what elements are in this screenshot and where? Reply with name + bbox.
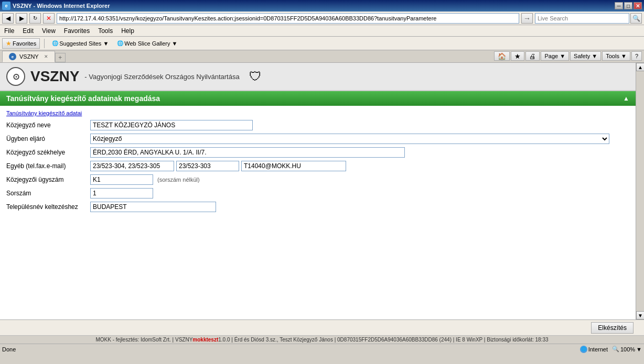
- select-ugyben-eljaro[interactable]: Közjegyző: [90, 134, 609, 144]
- menu-view[interactable]: View: [38, 26, 60, 36]
- form-row-egyeb: Egyéb (tel.fax.e-mail): [6, 160, 629, 172]
- scroll-down-button[interactable]: ▼: [636, 311, 644, 319]
- input-fax[interactable]: [176, 161, 239, 171]
- tab-icon: e: [9, 53, 16, 60]
- window-title: VSZNY - Windows Internet Explorer: [13, 3, 110, 9]
- home-button[interactable]: 🏠: [494, 51, 510, 61]
- label-egyeb: Egyéb (tel.fax.e-mail): [6, 162, 90, 170]
- form-row-ugyszam: Közjegyzői ügyszám (sorszám nélkül): [6, 174, 629, 185]
- go-button[interactable]: →: [521, 13, 533, 24]
- help-menu-button[interactable]: ?: [631, 51, 642, 61]
- app-subtitle: - Vagyonjogi Szerződések Országos Nyilvá…: [84, 73, 239, 81]
- safety-menu-button[interactable]: Safety ▼: [570, 51, 601, 61]
- tab-label: VSZNY: [19, 53, 39, 60]
- zoom-dropdown-icon[interactable]: ▼: [636, 346, 642, 352]
- tools-menu-button[interactable]: Tools ▼: [602, 51, 630, 61]
- ugyszam-note: (sorszám nélkül): [157, 177, 200, 183]
- status-done: Done: [2, 346, 16, 352]
- status-internet-area: 🌐 Internet: [580, 346, 608, 353]
- star-icon: ★: [6, 40, 12, 47]
- live-search-input[interactable]: [535, 13, 629, 24]
- footer-info: MOKK - fejlesztés: IdomSoft Zrt. | VSZNY…: [0, 335, 644, 344]
- status-bar: Done 🌐 Internet 🔍 100% ▼: [0, 344, 644, 354]
- form-row-sorszam: Sorszám: [6, 187, 629, 199]
- form-row-telepulesnev: Településnév keltezéshez: [6, 201, 629, 213]
- input-email[interactable]: [241, 161, 346, 171]
- back-button[interactable]: ◀: [2, 13, 14, 24]
- favorites-bar: ★ Favorites 🌐 Suggested Sites ▼ 🌐 Web Sl…: [0, 37, 644, 50]
- input-sorszam[interactable]: [90, 188, 153, 198]
- section-title: Tanúsítvány kiegészítő adatainak megadás…: [6, 94, 160, 103]
- status-internet-label: Internet: [588, 346, 608, 352]
- favorites-separator: [44, 39, 45, 48]
- form-row-szekhelye: Közjegyző székhelye: [6, 147, 629, 158]
- favorites-label: Favorites: [13, 40, 36, 47]
- page-menu-button[interactable]: Page ▼: [541, 51, 569, 61]
- menu-edit[interactable]: Edit: [18, 26, 38, 36]
- forward-button[interactable]: ▶: [16, 13, 27, 24]
- elkeszites-button[interactable]: Elkészítés: [591, 322, 634, 334]
- status-zoom-label: 100%: [620, 346, 635, 352]
- app-logo-icon: ⊙: [6, 67, 25, 86]
- ie-content: ▲ ▼ ⊙ VSZNY - Vagyonjogi Szerződések Ors…: [0, 63, 644, 319]
- scroll-up-button[interactable]: ▲: [636, 63, 644, 71]
- print-button[interactable]: 🖨: [525, 51, 540, 61]
- footer-text-right: 1.0.0 | Érd és Diósd 3.sz., Teszt Közjeg…: [218, 337, 548, 343]
- input-ugyszam[interactable]: [90, 174, 153, 185]
- tab-vszny[interactable]: e VSZNY ✕: [2, 51, 55, 62]
- app-header: ⊙ VSZNY - Vagyonjogi Szerződések Országo…: [0, 63, 636, 91]
- suggested-sites-label: Suggested Sites ▼: [59, 40, 109, 47]
- menu-file[interactable]: File: [0, 26, 18, 36]
- input-kozjegyzo-neve[interactable]: [90, 120, 253, 130]
- bottom-area: Elkészítés: [0, 319, 644, 335]
- zoom-icon: 🔍: [612, 346, 619, 352]
- status-zoom-area: 🔍 100% ▼: [612, 346, 642, 352]
- close-button[interactable]: ✕: [634, 2, 642, 9]
- search-button[interactable]: 🔍: [630, 13, 642, 24]
- stop-button[interactable]: ✕: [43, 13, 55, 24]
- egyeb-inputs-container: [90, 161, 346, 171]
- app-title: VSZNY: [30, 68, 79, 85]
- label-sorszam: Sorszám: [6, 190, 90, 197]
- status-right: 🌐 Internet 🔍 100% ▼: [580, 346, 642, 353]
- footer-text-left: MOKK - fejlesztés: IdomSoft Zrt. | VSZNY: [95, 337, 192, 343]
- menu-favorites[interactable]: Favorites: [60, 26, 94, 36]
- address-input[interactable]: [57, 13, 519, 24]
- menu-bar: File Edit View Favorites Tools Help: [0, 25, 644, 37]
- input-telefon[interactable]: [90, 161, 174, 171]
- input-szekhelye[interactable]: [90, 147, 405, 158]
- label-ugyben-eljaro: Ügyben eljáró: [6, 135, 90, 142]
- address-bar: ◀ ▶ ↻ ✕ → 🔍: [0, 12, 644, 25]
- favorites-button[interactable]: ★ Favorites: [2, 38, 40, 49]
- label-kozjegyzo-neve: Közjegyző neve: [6, 122, 90, 129]
- suggested-sites-button[interactable]: 🌐 Suggested Sites ▼: [49, 38, 112, 49]
- web-slice-gallery-button[interactable]: 🌐 Web Slice Gallery ▼: [114, 38, 180, 49]
- new-tab-button[interactable]: +: [55, 53, 66, 62]
- label-szekhelye: Közjegyző székhelye: [6, 149, 90, 156]
- form-section: Tanúsítvány kiegészítő adatai Közjegyző …: [0, 106, 636, 219]
- input-telepulesnev[interactable]: [90, 202, 216, 212]
- tab-close-icon[interactable]: ✕: [44, 54, 48, 59]
- label-ugyszam: Közjegyzői ügyszám: [6, 176, 90, 183]
- search-area: 🔍: [535, 13, 642, 24]
- menu-help[interactable]: Help: [117, 26, 138, 36]
- refresh-button[interactable]: ↻: [29, 13, 41, 24]
- collapse-button[interactable]: ▲: [623, 95, 629, 102]
- form-row-ugyben-eljaro: Ügyben eljáró Közjegyző: [6, 133, 629, 145]
- coat-of-arms-icon: 🛡: [249, 69, 262, 84]
- restore-button[interactable]: □: [624, 2, 632, 9]
- footer-highlight: mokkteszt: [192, 337, 218, 343]
- minimize-button[interactable]: ─: [615, 2, 623, 9]
- app-icon: e: [2, 2, 10, 10]
- label-telepulesnev: Településnév keltezéshez: [6, 203, 90, 211]
- internet-icon: 🌐: [580, 346, 587, 353]
- form-row-name: Közjegyző neve: [6, 119, 629, 131]
- form-section-title: Tanúsítvány kiegészítő adatai: [6, 110, 629, 116]
- title-bar: e VSZNY - Windows Internet Explorer ─ □ …: [0, 0, 644, 12]
- menu-tools[interactable]: Tools: [94, 26, 117, 36]
- favorites-star-button[interactable]: ★: [511, 51, 524, 61]
- section-header: Tanúsítvány kiegészítő adatainak megadás…: [0, 91, 636, 106]
- web-slice-gallery-label: Web Slice Gallery ▼: [124, 40, 177, 47]
